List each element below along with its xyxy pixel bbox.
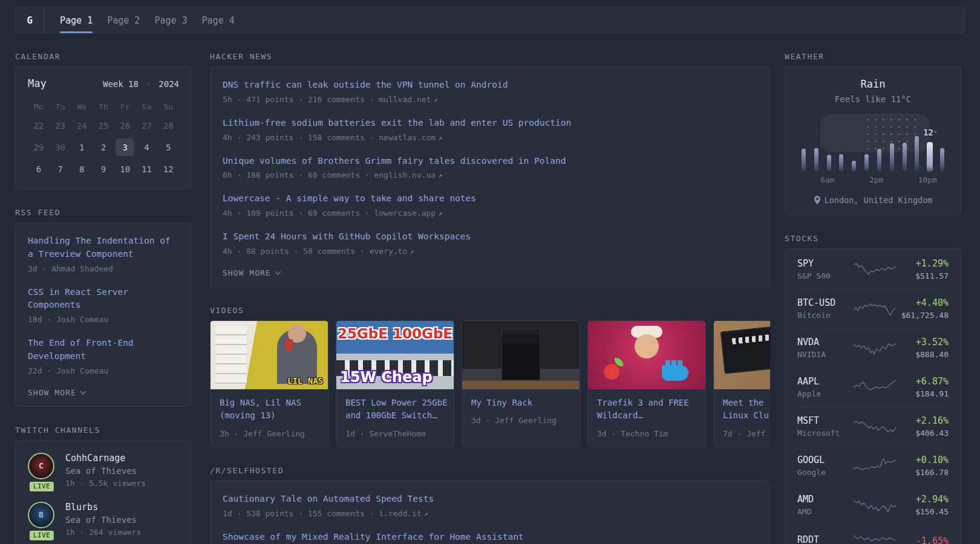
stock-sparkline [853, 458, 897, 474]
stock-row[interactable]: GOOGLGoogle +0.10%$166.78 [797, 446, 949, 485]
hn-item-title[interactable]: Lithium-free sodium batteries exit the l… [223, 117, 757, 130]
video-title[interactable]: Meet the Linux Clu [723, 397, 770, 423]
video-info: BEST Low Power 25GbE and 100GbE Switch… … [336, 389, 454, 447]
stock-symbol[interactable]: SPY [797, 258, 853, 269]
stock-name: Apple [797, 389, 853, 398]
stock-row[interactable]: MSFTMicrosoft +2.16%$406.43 [797, 407, 949, 446]
tab-page-2[interactable]: Page 2 [107, 8, 140, 33]
calendar-day: 27 [136, 117, 158, 134]
hn-meta-text: 4h · 88 points · 58 comments · every.to [223, 247, 407, 256]
video-title-line: My Tiny Rack [471, 397, 570, 410]
temp-bar [903, 143, 907, 172]
external-link-icon[interactable]: ↗ [433, 96, 437, 104]
rss-show-more-button[interactable]: SHOW MORE [28, 388, 179, 397]
rss-item: CSS in React Server Components 18d · Jos… [28, 286, 179, 325]
stock-row[interactable]: SPYS&P 500 +1.29%$511.57 [797, 250, 949, 289]
hn-item-title[interactable]: DNS traffic can leak outside the VPN tun… [223, 79, 757, 92]
stock-symbol[interactable]: RDDT [797, 534, 853, 544]
stock-sparkline [853, 419, 897, 435]
video-title[interactable]: Traefik 3 and FREE Wildcard… [597, 397, 696, 423]
video-card[interactable]: My Tiny Rack 3d · Jeff Geerling [462, 320, 580, 447]
hn-item-title[interactable]: Lowercase - A simple way to take and sha… [223, 192, 757, 206]
hn-item-title[interactable]: Unique volumes of Brothers Grimm fairy t… [223, 155, 757, 168]
temperature-bars: 12° [797, 118, 949, 172]
temp-bar-highlighted [927, 142, 933, 172]
stock-name: AMD [797, 507, 853, 516]
external-link-icon[interactable]: ↗ [424, 510, 428, 518]
reddit-item-title[interactable]: Cautionary Tale on Automated Speed Tests [223, 493, 757, 506]
stock-symbol[interactable]: AMD [797, 494, 853, 505]
avatar-wrap: B LIVE [28, 502, 56, 537]
stock-price: $406.43 [897, 429, 949, 438]
video-info: Big NAS, Lil NAS (moving 13) 3h · Jeff G… [211, 389, 328, 447]
video-thumbnail[interactable]: FAST [714, 321, 770, 389]
stock-change: +6.87% [897, 376, 949, 387]
channel-name[interactable]: CohhCarnage [65, 453, 146, 464]
twitch-channel-row[interactable]: C LIVE CohhCarnage Sea of Thieves 1h · 5… [28, 453, 179, 488]
external-link-icon[interactable]: ↗ [438, 209, 442, 218]
hn-item-title[interactable]: I Spent 24 Hours with GitHub Copilot Wor… [223, 230, 757, 244]
video-title[interactable]: BEST Low Power 25GbE and 100GbE Switch… [345, 397, 445, 423]
external-link-icon[interactable]: ↗ [438, 134, 442, 142]
stock-price: $511.57 [897, 271, 949, 280]
video-thumbnail[interactable] [588, 321, 705, 389]
stock-sparkline [853, 380, 897, 395]
rss-item-title[interactable]: The End of Front-End Development [28, 337, 179, 363]
tab-page-4[interactable]: Page 4 [202, 8, 235, 33]
weather-feels-like: Feels like 11°C [797, 94, 949, 104]
tab-page-1[interactable]: Page 1 [60, 8, 93, 33]
video-card[interactable]: FAST Meet the Linux Clu 7d · Jeff Geerli… [713, 320, 770, 447]
video-title[interactable]: My Tiny Rack [471, 397, 570, 410]
rss-item-title[interactable]: CSS in React Server Components [28, 286, 179, 312]
video-card[interactable]: Traefik 3 and FREE Wildcard… 3d · Techno… [587, 320, 706, 447]
stocks-heading: STOCKS [785, 234, 961, 243]
weekday-label: Mo [28, 100, 50, 112]
stock-symbol[interactable]: BTC-USD [797, 297, 853, 308]
channel-category[interactable]: Sea of Thieves [65, 515, 141, 525]
weather-condition: Rain [797, 78, 949, 90]
stock-row[interactable]: BTC-USDBitcoin +4.40%$61,725.48 [797, 289, 949, 328]
calendar-day: 30 [50, 138, 71, 156]
temp-bar [814, 148, 818, 172]
calendar-week-year: Week 18 · 2024 [103, 79, 179, 89]
stock-symbol[interactable]: NVDA [797, 337, 853, 348]
rss-item-meta: 3d · Ahmad Shadeed [28, 264, 179, 273]
tab-page-3[interactable]: Page 3 [154, 8, 187, 33]
video-title-line: (moving 13) [220, 409, 319, 423]
rss-item-title[interactable]: Handling The Indentation of a Treeview C… [28, 235, 179, 261]
external-link-icon[interactable]: ↗ [410, 247, 414, 256]
stock-row[interactable]: AAPLApple +6.87%$184.91 [797, 368, 949, 407]
video-card[interactable]: 25GbE 100GbE 15W Cheap BEST Low Power 25… [336, 320, 454, 447]
stock-symbol[interactable]: MSFT [797, 415, 853, 426]
stock-symbol[interactable]: GOOGL [797, 455, 853, 465]
video-thumbnail[interactable]: LIL NAS [211, 321, 328, 389]
chevron-down-icon [80, 388, 86, 394]
channel-category[interactable]: Sea of Thieves [65, 466, 146, 476]
stock-symbol[interactable]: AAPL [797, 376, 853, 387]
hn-show-more-button[interactable]: SHOW MORE [223, 268, 757, 277]
video-title-line: Meet the [723, 397, 770, 410]
hacker-news-widget: DNS traffic can leak outside the VPN tun… [210, 66, 770, 287]
calendar-day: 12 [157, 160, 179, 178]
stock-sparkline [853, 533, 897, 544]
channel-name[interactable]: Blurbs [65, 502, 141, 513]
stock-price: $61,725.48 [897, 311, 949, 320]
weather-location: London, United Kingdom [797, 195, 949, 205]
calendar-day: 2 [93, 138, 114, 156]
channel-info: Blurbs Sea of Thieves 1h · 264 viewers [65, 502, 141, 537]
video-title[interactable]: Big NAS, Lil NAS (moving 13) [220, 397, 319, 423]
external-link-icon[interactable]: ↗ [438, 171, 442, 180]
stock-row[interactable]: AMDAMD +2.94%$150.45 [797, 485, 949, 525]
reddit-item-title[interactable]: Showcase of my Mixed Reality Interface f… [223, 531, 757, 544]
video-thumbnail[interactable]: 25GbE 100GbE 15W Cheap [336, 321, 454, 389]
video-thumbnail[interactable] [462, 321, 580, 389]
stock-change: -1.65% [897, 536, 949, 544]
stock-row[interactable]: NVDANVIDIA +3.52%$888.40 [797, 328, 949, 368]
stock-row[interactable]: RDDT -1.65% [797, 525, 949, 544]
twitch-channel-row[interactable]: B LIVE Blurbs Sea of Thieves 1h · 264 vi… [28, 502, 179, 537]
hn-item: Lithium-free sodium batteries exit the l… [223, 117, 757, 142]
thumbnail-caption: 15W Cheap [340, 369, 433, 386]
channel-meta: 1h · 5.5k viewers [65, 479, 146, 488]
video-card[interactable]: LIL NAS Big NAS, Lil NAS (moving 13) 3h … [210, 320, 328, 447]
reddit-meta-text: 1d · 538 points · 155 comments · i.redd.… [223, 509, 422, 518]
